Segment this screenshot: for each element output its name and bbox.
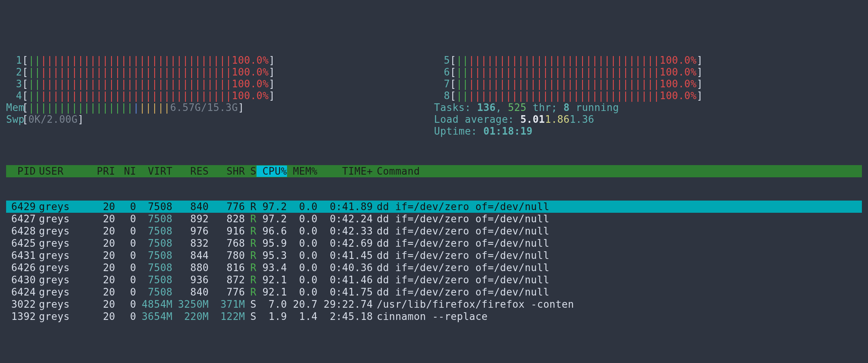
header-shr[interactable]: SHR: [209, 165, 245, 177]
cell-state: R: [245, 213, 257, 225]
cell-command: dd if=/dev/zero of=/dev/null: [373, 238, 862, 249]
cpu-meter-3: 3 [|||||||||||||||||||||||||||||||||100.…: [6, 78, 434, 90]
cell-pid: 6427: [6, 213, 36, 225]
cell-virt: 7508: [136, 250, 173, 262]
cell-command: dd if=/dev/zero of=/dev/null: [373, 250, 862, 262]
cell-res: 844: [173, 250, 209, 262]
cell-ni: 0: [115, 238, 136, 249]
header-user[interactable]: USER: [36, 165, 91, 177]
cell-time: 0:41.75: [318, 286, 373, 298]
cell-pid: 6424: [6, 286, 36, 298]
cell-pid: 6429: [6, 201, 36, 213]
cpu-meter-label: 7: [434, 78, 450, 90]
cell-cpu: 93.4: [257, 262, 287, 274]
cell-time: 0:41.46: [318, 274, 373, 286]
cell-pid: 6430: [6, 274, 36, 286]
header-res[interactable]: RES: [173, 165, 209, 177]
cell-user: greys: [36, 311, 91, 323]
cpu-meter-label: 3: [6, 78, 22, 90]
cell-pri: 20: [91, 299, 115, 310]
uptime-line: Uptime: 01:18:19: [434, 125, 862, 137]
cell-res: 3250M: [173, 299, 209, 310]
cpu-meter-2: 2 [|||||||||||||||||||||||||||||||||100.…: [6, 66, 434, 78]
cell-pri: 20: [91, 201, 115, 213]
cell-mem: 0.0: [287, 250, 318, 262]
cell-state: R: [245, 262, 257, 274]
table-row[interactable]: 3022greys2004854M3250M371MS7.020.729:22.…: [6, 298, 862, 310]
cell-time: 0:42.33: [318, 225, 373, 237]
cell-ni: 0: [115, 274, 136, 286]
cpu-meter-8: 8 [|||||||||||||||||||||||||||||||||100.…: [434, 90, 862, 102]
cell-cpu: 97.2: [257, 213, 287, 225]
cell-cpu: 95.3: [257, 250, 287, 262]
cell-cpu: 92.1: [257, 286, 287, 298]
swp-meter: Swp[ 0K/2.00G]: [6, 114, 434, 125]
table-row[interactable]: 6428greys2007508976916R96.60.00:42.33dd …: [6, 225, 862, 237]
load-line: Load average: 5.01 1.86 1.36: [434, 114, 862, 125]
table-row[interactable]: 6429greys2007508840776R97.20.00:41.89dd …: [6, 201, 862, 213]
header-mem[interactable]: MEM%: [287, 165, 318, 177]
cell-ni: 0: [115, 225, 136, 237]
cell-res: 840: [173, 201, 209, 213]
cell-res: 936: [173, 274, 209, 286]
header-pri[interactable]: PRI: [91, 165, 115, 177]
cell-state: R: [245, 250, 257, 262]
meters-right-column: 5 [|||||||||||||||||||||||||||||||||100.…: [434, 55, 862, 137]
swp-meter-label: Swp: [6, 114, 22, 125]
cell-state: R: [245, 201, 257, 213]
cpu-meter-6: 6 [|||||||||||||||||||||||||||||||||100.…: [434, 66, 862, 78]
cell-shr: 776: [209, 201, 245, 213]
cell-ni: 0: [115, 311, 136, 323]
cell-ni: 0: [115, 213, 136, 225]
cell-shr: 872: [209, 274, 245, 286]
table-row[interactable]: 6431greys2007508844780R95.30.00:41.45dd …: [6, 249, 862, 262]
cell-user: greys: [36, 213, 91, 225]
cell-user: greys: [36, 238, 91, 249]
cell-pri: 20: [91, 311, 115, 323]
header-virt[interactable]: VIRT: [136, 165, 173, 177]
cell-cpu: 96.6: [257, 225, 287, 237]
cell-virt: 7508: [136, 213, 173, 225]
header-cpu[interactable]: CPU%: [257, 165, 287, 177]
cpu-meter-label: 1: [6, 55, 22, 66]
table-row[interactable]: 6430greys2007508936872R92.10.00:41.46dd …: [6, 274, 862, 286]
cell-time: 0:41.45: [318, 250, 373, 262]
cell-cpu: 95.9: [257, 238, 287, 249]
meters-section: 1 [|||||||||||||||||||||||||||||||||100.…: [6, 55, 862, 137]
cell-shr: 816: [209, 262, 245, 274]
cell-user: greys: [36, 201, 91, 213]
cell-user: greys: [36, 286, 91, 298]
cell-cpu: 92.1: [257, 274, 287, 286]
cell-ni: 0: [115, 262, 136, 274]
cell-user: greys: [36, 262, 91, 274]
table-row[interactable]: 6425greys2007508832768R95.90.00:42.69dd …: [6, 237, 862, 249]
cell-virt: 7508: [136, 274, 173, 286]
cell-mem: 0.0: [287, 213, 318, 225]
cell-time: 0:41.89: [318, 201, 373, 213]
header-s[interactable]: S: [245, 165, 257, 177]
mem-meter-label: Mem: [6, 102, 22, 114]
table-row[interactable]: 6427greys2007508892828R97.20.00:42.24dd …: [6, 213, 862, 225]
process-table-header[interactable]: PID USER PRI NI VIRT RES SHR S CPU% MEM%…: [6, 165, 862, 177]
header-time[interactable]: TIME+: [318, 165, 373, 177]
cell-ni: 0: [115, 286, 136, 298]
cell-pid: 1392: [6, 311, 36, 323]
cpu-meter-4: 4 [|||||||||||||||||||||||||||||||||100.…: [6, 90, 434, 102]
table-row[interactable]: 1392greys2003654M220M122MS1.91.42:45.18c…: [6, 310, 862, 323]
cpu-meter-7: 7 [|||||||||||||||||||||||||||||||||100.…: [434, 78, 862, 90]
cell-pri: 20: [91, 238, 115, 249]
cell-cpu: 97.2: [257, 201, 287, 213]
cell-pri: 20: [91, 250, 115, 262]
table-row[interactable]: 6426greys2007508880816R93.40.00:40.36dd …: [6, 262, 862, 274]
cell-res: 976: [173, 225, 209, 237]
cell-state: R: [245, 286, 257, 298]
cell-cpu: 7.0: [257, 299, 287, 310]
cell-command: cinnamon --replace: [373, 311, 862, 323]
cell-pid: 6425: [6, 238, 36, 249]
table-row[interactable]: 6424greys2007508840776R92.10.00:41.75dd …: [6, 286, 862, 298]
cell-virt: 7508: [136, 201, 173, 213]
cell-pid: 3022: [6, 299, 36, 310]
header-cmd[interactable]: Command: [373, 165, 862, 177]
header-pid[interactable]: PID: [6, 165, 36, 177]
header-ni[interactable]: NI: [115, 165, 136, 177]
